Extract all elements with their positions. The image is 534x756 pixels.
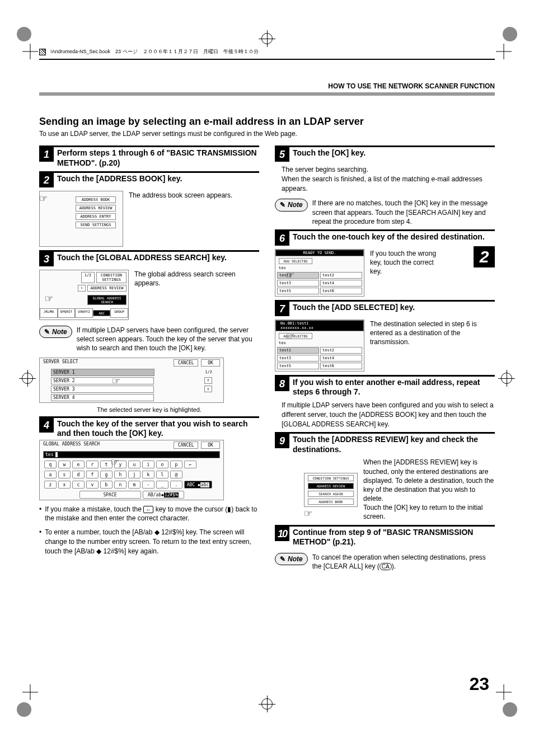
fig-btn-condition-settings: CONDITION SETTINGS <box>308 475 354 481</box>
crop-mark-top <box>259 30 275 47</box>
step-4-bullet-1: •If you make a mistake, touch the ← key … <box>39 505 259 524</box>
fig-cell: test6 <box>320 288 362 294</box>
step-3-title: Touch the [GLOBAL ADDRESS SEARCH] key. <box>57 252 227 263</box>
fig-key: y <box>114 461 127 468</box>
fig-server-item: SERVER 3 <box>51 386 154 393</box>
fig-server-item: SERVER 1 <box>51 369 154 376</box>
source-doc-header: !Andromeda-NS_Sec.book 23 ページ ２００６年１１月２７… <box>39 48 495 55</box>
fig-btn-address-review: ADDRESS REVIEW <box>76 205 116 212</box>
fig-btn-search-again: SEARCH AGAIN <box>308 491 354 497</box>
fig-add-selected: ADD SELECTED <box>279 333 312 339</box>
step-4-bullet-2: •To enter a number, touch the [AB/ab ◆ 1… <box>39 528 259 556</box>
crop-mark-left <box>19 370 36 387</box>
backspace-key-icon: ← <box>143 506 153 513</box>
fig-btn-address-book: ADDRESS BOOK <box>76 196 116 203</box>
step-1-title: Perform steps 1 through 6 of "BASIC TRAN… <box>57 147 259 168</box>
step-3-note-text: If multiple LDAP servers have been confi… <box>77 326 259 353</box>
fig-cell: test5 <box>277 288 319 294</box>
crop-corner-bl <box>22 684 38 700</box>
fig-key: t <box>100 461 113 468</box>
fig-cancel-button: CANCEL <box>174 359 198 367</box>
fig-kb-input: tes <box>43 451 220 458</box>
step-3: 3 Touch the [GLOBAL ADDRESS SEARCH] key. <box>39 250 259 266</box>
up-arrow-icon: ↑ <box>204 377 212 384</box>
step-8-text: If multiple LDAP servers have been confi… <box>282 401 495 429</box>
fig-cell: test5 <box>277 363 319 369</box>
step-2-title: Touch the [ADDRESS BOOK] key. <box>57 173 182 184</box>
step-10-number: 10 <box>275 527 289 541</box>
figure-one-touch: READY TO SEND. ADD SELECTED tes test1 te… <box>275 249 364 297</box>
step-9: 9 Touch the [ADDRESS REVIEW] key and che… <box>275 432 495 454</box>
page-number: 23 <box>469 674 489 694</box>
step-5-note: Note If there are no matches, touch the … <box>275 199 495 226</box>
step-1-number: 1 <box>39 147 54 162</box>
figure-server-select: SERVER SELECT CANCEL OK SERVER 11/2 SERV… <box>39 358 224 403</box>
step-2: 2 Touch the [ADDRESS BOOK] key. <box>39 171 259 187</box>
step-7-text: The destination selected in step 6 is en… <box>370 320 495 372</box>
cursor-icon <box>55 452 58 457</box>
step-5: 5 Touch the [OK] key. <box>275 145 495 162</box>
fig-ok-button: OK <box>201 442 220 449</box>
fig-btn-address-review: ADDRESS REVIEW <box>308 483 354 489</box>
fig-btn-send-settings: SEND SETTINGS <box>76 222 116 228</box>
fig-key: f <box>86 471 99 478</box>
step-9-text-2: Touch the [OK] key to return to the init… <box>363 503 495 521</box>
fig-page-indicator: 1/2 <box>81 272 95 283</box>
fig-key: z <box>44 481 57 489</box>
fig-key: p <box>170 461 182 468</box>
fig-server-item: SERVER 2 <box>51 377 154 384</box>
step-7: 7 Touch the [ADD SELECTED] key. <box>275 300 495 316</box>
step-9-number: 9 <box>275 434 289 448</box>
fig-key-abc-toggle: ABC ◆abc <box>184 481 212 489</box>
step-8-number: 8 <box>275 377 289 391</box>
step-10-note: Note To cancel the operation when select… <box>275 553 495 571</box>
fig-key: j <box>128 471 140 478</box>
header-bar <box>39 92 495 96</box>
figure-side-clip <box>275 464 299 515</box>
fig-btn-address-review: ADDRESS REVIEW <box>87 285 127 292</box>
fig-cell: test6 <box>320 363 362 369</box>
fig-key: v <box>86 481 99 489</box>
chapter-tab-number: 2 <box>474 246 495 267</box>
fig-server-item: SERVER 4 <box>51 394 154 401</box>
fig-tab: OPQRST <box>58 308 76 318</box>
step-6-number: 6 <box>275 231 289 246</box>
step-9-title: Touch the [ADDRESS REVIEW] key and check… <box>293 434 495 454</box>
step-2-text: The address book screen appears. <box>129 191 232 247</box>
step-1: 1 Perform steps 1 through 6 of "BASIC TR… <box>39 145 259 168</box>
lead-text: To use an LDAP server, the LDAP server s… <box>39 130 495 138</box>
step-3-number: 3 <box>39 252 54 266</box>
figure-review-panel: CONDITION SETTINGS ADDRESS REVIEW SEARCH… <box>304 473 358 507</box>
crop-mark-bottom <box>259 696 275 712</box>
fig-key: _ <box>156 481 168 489</box>
fig-page: 1/2 <box>205 370 212 374</box>
fig-ok-button: OK <box>201 359 220 367</box>
fig-btn-address-entry: ADDRESS ENTRY <box>76 213 116 220</box>
fig-cell: test4 <box>320 355 362 361</box>
fig-cell: test1 <box>277 347 319 354</box>
fig-key: m <box>128 481 140 489</box>
fig-key: b <box>100 481 113 489</box>
fig-key: w <box>58 461 71 468</box>
fig-cell: test3 <box>277 280 319 287</box>
step-8: 8 If you wish to enter another e-mail ad… <box>275 375 495 397</box>
fig-key: . <box>170 481 182 489</box>
step-9-text-1: When the [ADDRESS REVIEW] key is touched… <box>363 458 495 503</box>
step-8-title: If you wish to enter another e-mail addr… <box>293 377 495 397</box>
fig-btn-global-address-search: GLOBAL ADDRESS SEARCH <box>87 295 127 305</box>
fig-key: d <box>72 471 85 478</box>
note-pill-icon: Note <box>275 553 308 565</box>
fig-add-selected: ADD SELECTED <box>279 258 312 264</box>
fig-header: READY TO SEND. <box>275 250 364 256</box>
fig-cancel-button: CANCEL <box>174 442 198 449</box>
crop-corner-tr <box>496 44 512 59</box>
fig-key-space: SPACE <box>79 491 141 499</box>
step-4-title: Touch the key of the server that you wis… <box>57 418 259 439</box>
fig-cell: test3 <box>277 355 319 361</box>
fig-cell: test2 <box>320 347 362 354</box>
fig-key: l <box>156 471 168 478</box>
fig-tab-active: ABC <box>93 310 111 316</box>
fig-key: x <box>58 481 71 489</box>
fig-key: k <box>142 471 154 478</box>
source-doc-text: !Andromeda-NS_Sec.book 23 ページ ２００６年１１月２７… <box>50 48 259 55</box>
